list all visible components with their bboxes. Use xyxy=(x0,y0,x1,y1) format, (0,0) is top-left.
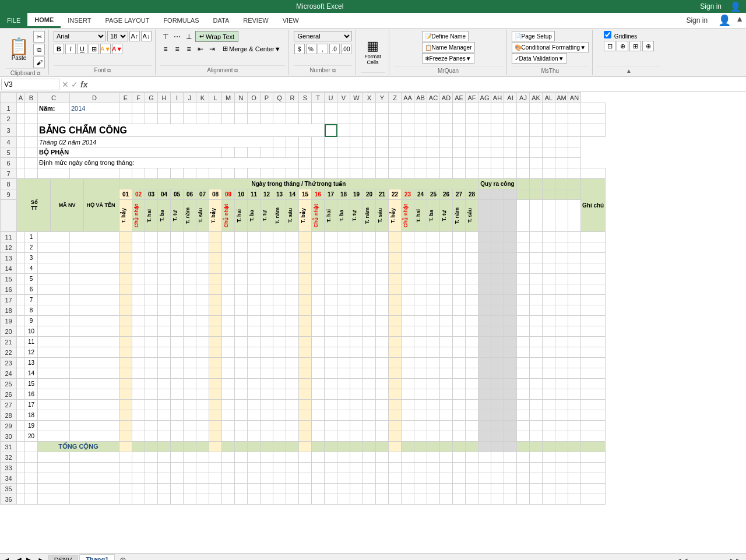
cell-day-21-9[interactable] xyxy=(222,337,235,347)
cell-day-13-3[interactable] xyxy=(145,253,158,263)
cell-D-17[interactable] xyxy=(70,295,119,305)
align-middle-button[interactable]: ⋯ xyxy=(172,31,182,42)
cell-36-16[interactable] xyxy=(273,494,286,505)
cell-day-17-19[interactable] xyxy=(350,295,363,305)
cell-day-21-2[interactable] xyxy=(132,337,145,347)
extra-data-16-3[interactable] xyxy=(555,284,568,295)
cell-day-19-9[interactable] xyxy=(222,316,235,326)
cell-day-28-14[interactable] xyxy=(286,410,299,421)
cell-day-29-6[interactable] xyxy=(184,421,196,431)
cell-day-17-11[interactable] xyxy=(248,295,261,305)
name-manager-button[interactable]: 📋 Name Manager xyxy=(422,42,475,52)
cell-day-12-19[interactable] xyxy=(350,242,363,253)
cell-2-0[interactable] xyxy=(17,114,25,124)
col-header-O[interactable]: O xyxy=(248,93,261,103)
cell-day-24-25[interactable] xyxy=(427,368,440,379)
col-header-C[interactable]: C xyxy=(38,93,70,103)
cell-C-19[interactable] xyxy=(38,316,70,326)
cell-1-8[interactable] xyxy=(222,103,235,114)
cell-33-4[interactable] xyxy=(119,463,132,473)
cell-D-27[interactable] xyxy=(70,400,119,410)
cell-day-27-17[interactable] xyxy=(325,400,337,410)
cell-day-26-7[interactable] xyxy=(196,389,209,400)
extra-data-27-3[interactable] xyxy=(555,400,568,410)
ghi-chu-data-18[interactable] xyxy=(581,305,606,316)
cell-day-22-7[interactable] xyxy=(196,347,209,358)
cell-32-6[interactable] xyxy=(145,452,158,463)
number-format-select[interactable]: General xyxy=(294,31,352,41)
day-num-r9-4[interactable]: 04 xyxy=(158,189,171,200)
cell-day-18-28[interactable] xyxy=(466,305,478,316)
extra-data-25-2[interactable] xyxy=(543,379,555,389)
cell-D-15[interactable] xyxy=(70,274,119,284)
total-day-24[interactable] xyxy=(414,442,427,452)
cell-1-2[interactable] xyxy=(145,103,158,114)
cell-6-17[interactable] xyxy=(517,158,530,168)
cell-1-1[interactable] xyxy=(132,103,145,114)
cell-day-26-21[interactable] xyxy=(376,389,389,400)
cell-3-18[interactable] xyxy=(568,124,581,137)
cell-7-18[interactable] xyxy=(299,168,312,179)
cell-6-18[interactable] xyxy=(530,158,543,168)
cell-32-39[interactable] xyxy=(568,452,581,463)
cell-day-13-4[interactable] xyxy=(158,253,171,263)
ghi-chu-data-21[interactable] xyxy=(581,337,606,347)
extra-data-20-0[interactable] xyxy=(517,326,530,337)
cell-day-19-16[interactable] xyxy=(312,316,325,326)
cell-1-6[interactable] xyxy=(196,103,209,114)
cell-day-16-11[interactable] xyxy=(248,284,261,295)
cell-day-25-18[interactable] xyxy=(337,379,350,389)
cell-6-7[interactable] xyxy=(389,158,402,168)
cell-day-28-26[interactable] xyxy=(440,410,453,421)
cell-day-23-11[interactable] xyxy=(248,358,261,368)
cell-day-23-22[interactable] xyxy=(389,358,402,368)
extra-data-15-1[interactable] xyxy=(530,274,543,284)
total-extra-1[interactable] xyxy=(530,442,543,452)
cell-day-13-8[interactable] xyxy=(209,253,222,263)
cell-A-19[interactable] xyxy=(17,316,25,326)
cell-day-30-22[interactable] xyxy=(389,431,402,442)
cell-7-2[interactable] xyxy=(38,168,70,179)
cell-2-26[interactable] xyxy=(402,114,414,124)
cell-day-16-10[interactable] xyxy=(235,284,248,295)
cell-day-21-8[interactable] xyxy=(209,337,222,347)
cell-1-12[interactable] xyxy=(273,103,286,114)
cell-34-28[interactable] xyxy=(427,473,440,484)
total-day-26[interactable] xyxy=(440,442,453,452)
tab-view[interactable]: VIEW xyxy=(276,13,306,28)
cell-D-16[interactable] xyxy=(70,284,119,295)
cell-day-29-27[interactable] xyxy=(453,421,466,431)
quy-data-17-1[interactable] xyxy=(491,295,504,305)
cell-day-19-23[interactable] xyxy=(402,316,414,326)
cell-day-30-6[interactable] xyxy=(184,431,196,442)
cell-day-30-25[interactable] xyxy=(427,431,440,442)
cell-day-30-10[interactable] xyxy=(235,431,248,442)
cell-day-27-2[interactable] xyxy=(132,400,145,410)
total-quy-0[interactable] xyxy=(478,442,491,452)
cell-day-25-3[interactable] xyxy=(145,379,158,389)
cell-5-20[interactable] xyxy=(478,147,491,158)
cell-day-14-5[interactable] xyxy=(171,263,184,274)
cell-B-16[interactable]: 6 xyxy=(25,284,38,295)
font-decrease-button[interactable]: A↓ xyxy=(141,31,152,41)
cell-32-28[interactable] xyxy=(427,452,440,463)
cell-day-28-6[interactable] xyxy=(184,410,196,421)
cell-34-13[interactable] xyxy=(235,473,248,484)
cell-D-22[interactable] xyxy=(70,347,119,358)
cell-5-15[interactable] xyxy=(414,147,427,158)
cell-2-2[interactable] xyxy=(38,114,70,124)
cell-day-25-8[interactable] xyxy=(209,379,222,389)
cell-B-19[interactable]: 9 xyxy=(25,316,38,326)
cell-day-17-10[interactable] xyxy=(235,295,248,305)
cell-day-27-12[interactable] xyxy=(261,400,273,410)
cell-34-37[interactable] xyxy=(543,473,555,484)
col-header-D[interactable]: D xyxy=(70,93,119,103)
cell-day-20-1[interactable] xyxy=(119,326,132,337)
quy-data-29-1[interactable] xyxy=(491,421,504,431)
cell-day-16-12[interactable] xyxy=(261,284,273,295)
merge-center-button[interactable]: ⊞ Merge & Center ▼ xyxy=(219,43,285,54)
cell-7-23[interactable] xyxy=(363,168,376,179)
cell-day-24-14[interactable] xyxy=(286,368,299,379)
cell-day-29-4[interactable] xyxy=(158,421,171,431)
cell-33-0[interactable] xyxy=(17,463,25,473)
